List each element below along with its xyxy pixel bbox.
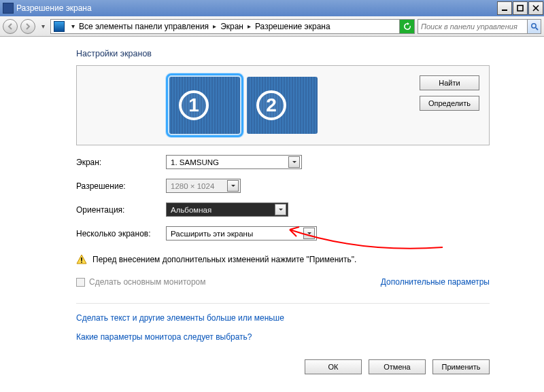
multiple-displays-value: Расширить эти экраны <box>171 230 301 238</box>
ok-button[interactable]: ОК <box>305 359 362 374</box>
orientation-label: Ориентация: <box>76 205 166 215</box>
search-icon[interactable] <box>527 20 541 33</box>
orientation-dropdown[interactable]: Альбомная <box>166 202 288 217</box>
chevron-down-icon <box>227 180 239 192</box>
breadcrumb[interactable]: ▾ Все элементы панели управления ▸ Экран… <box>50 19 415 34</box>
svg-rect-6 <box>81 257 82 261</box>
monitor-2[interactable]: 2 <box>247 77 318 134</box>
identify-button[interactable]: Определить <box>420 96 479 111</box>
monitor-2-number: 2 <box>256 90 286 120</box>
resolution-dropdown[interactable]: 1280 × 1024 <box>166 179 241 193</box>
maximize-button[interactable] <box>513 1 528 15</box>
content: Настройки экранов 1 2 Найти Определить Э… <box>0 37 544 374</box>
forward-button[interactable] <box>20 19 35 34</box>
chevron-right-icon: ▸ <box>243 22 255 30</box>
search-input[interactable] <box>418 22 527 31</box>
apply-button[interactable]: Применить <box>432 359 490 374</box>
multiple-displays-dropdown[interactable]: Расширить эти экраны <box>166 226 317 240</box>
screen-value: 1. SAMSUNG <box>171 158 286 166</box>
monitor-1-number: 1 <box>179 90 209 120</box>
resolution-value: 1280 × 1024 <box>171 182 224 190</box>
chevron-down-icon <box>303 228 315 239</box>
advanced-settings-link[interactable]: Дополнительные параметры <box>381 277 490 287</box>
monitor-preview-box: 1 2 Найти Определить <box>76 65 490 145</box>
cancel-button[interactable]: Отмена <box>369 359 426 374</box>
screen-dropdown[interactable]: 1. SAMSUNG <box>166 155 302 169</box>
recent-dropdown[interactable]: ▾ <box>38 19 48 34</box>
warning-text: Перед внесением дополнительных изменений… <box>92 255 356 264</box>
multiple-displays-label: Несколько экранов: <box>76 229 166 238</box>
primary-monitor-label: Сделать основным монитором <box>89 277 206 287</box>
find-button[interactable]: Найти <box>420 75 479 90</box>
svg-rect-1 <box>517 5 523 11</box>
svg-point-4 <box>531 23 535 27</box>
search-box[interactable] <box>418 19 541 34</box>
breadcrumb-leaf[interactable]: Разрешение экрана <box>255 22 330 31</box>
refresh-button[interactable] <box>399 20 414 33</box>
text-size-link[interactable]: Сделать текст и другие элементы больше и… <box>76 313 490 323</box>
close-button[interactable] <box>528 1 543 15</box>
app-icon <box>3 3 14 14</box>
page-heading: Настройки экранов <box>76 49 490 58</box>
navbar: ▾ ▾ Все элементы панели управления ▸ Экр… <box>0 16 544 37</box>
svg-rect-0 <box>502 10 507 11</box>
chevron-down-icon <box>288 156 300 168</box>
minimize-button[interactable] <box>497 1 512 15</box>
window-title: Разрешение экрана <box>16 3 92 13</box>
monitor-help-link[interactable]: Какие параметры монитора следует выбрать… <box>76 332 490 342</box>
orientation-value: Альбомная <box>171 206 272 214</box>
chevron-icon: ▾ <box>67 22 79 30</box>
titlebar: Разрешение экрана <box>0 0 544 16</box>
chevron-right-icon: ▸ <box>209 22 220 30</box>
breadcrumb-root[interactable]: Все элементы панели управления <box>79 22 209 31</box>
warning-icon <box>76 254 87 265</box>
breadcrumb-mid[interactable]: Экран <box>220 22 243 31</box>
svg-line-5 <box>536 28 538 30</box>
screen-label: Экран: <box>76 158 166 167</box>
svg-rect-7 <box>81 262 82 263</box>
primary-monitor-checkbox[interactable] <box>76 278 85 287</box>
monitor-1[interactable]: 1 <box>169 77 240 134</box>
monitor-icon <box>54 21 65 32</box>
chevron-down-icon <box>275 204 286 215</box>
back-button[interactable] <box>3 19 18 34</box>
resolution-label: Разрешение: <box>76 181 166 191</box>
